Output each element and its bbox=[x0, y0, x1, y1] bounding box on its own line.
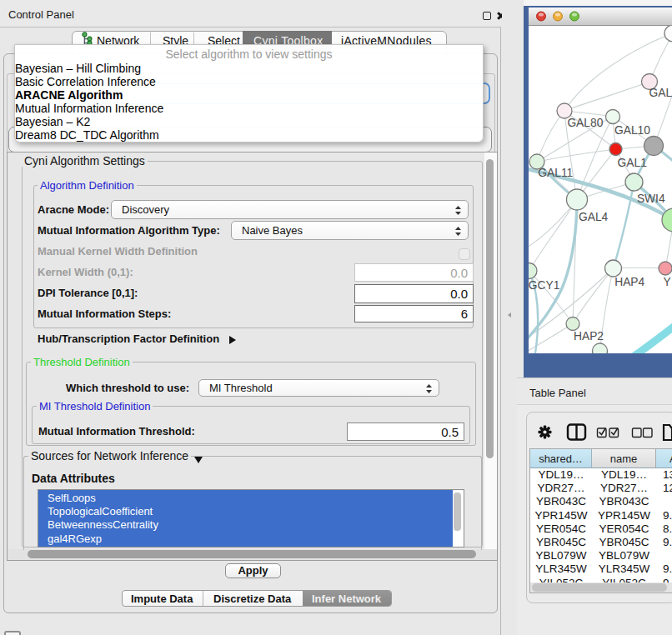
svg-text:HAP2: HAP2 bbox=[574, 330, 604, 342]
svg-text:GAL11: GAL11 bbox=[538, 167, 573, 179]
svg-text:GAL1: GAL1 bbox=[618, 157, 647, 169]
svg-text:SWI4: SWI4 bbox=[637, 192, 665, 205]
svg-text:HAP4: HAP4 bbox=[614, 276, 644, 288]
svg-text:GAL80: GAL80 bbox=[567, 117, 603, 129]
svg-text:GAL7: GAL7 bbox=[649, 87, 672, 99]
svg-text:Y: Y bbox=[664, 276, 671, 288]
svg-text:GCY1: GCY1 bbox=[529, 279, 559, 292]
svg-text:GAL10: GAL10 bbox=[614, 124, 650, 137]
svg-text:GAL4: GAL4 bbox=[579, 211, 609, 223]
